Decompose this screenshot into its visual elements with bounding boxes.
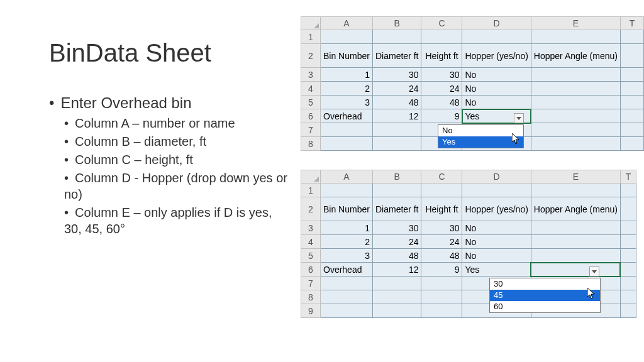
cell-header[interactable]: Diameter ft bbox=[373, 197, 421, 221]
cell[interactable]: Yes bbox=[462, 263, 531, 277]
cell[interactable]: 2 bbox=[321, 235, 373, 249]
row-header-9[interactable]: 9 bbox=[301, 304, 321, 318]
col-header-E[interactable]: E bbox=[531, 17, 620, 30]
cell-header[interactable]: Hopper (yes/no) bbox=[462, 197, 531, 221]
dropdown-option-no[interactable]: No bbox=[438, 125, 523, 136]
cell[interactable]: 24 bbox=[421, 235, 462, 249]
cell-header[interactable]: Height ft bbox=[421, 197, 462, 221]
cell-header[interactable]: Height ft bbox=[421, 44, 462, 68]
cell-header[interactable]: Bin Number bbox=[321, 44, 373, 68]
col-header-T[interactable]: T bbox=[620, 170, 636, 184]
cell-header[interactable]: Hopper Angle (menu) bbox=[531, 44, 620, 68]
cell[interactable] bbox=[620, 44, 643, 68]
cell[interactable] bbox=[620, 137, 643, 151]
cell[interactable]: 1 bbox=[321, 221, 373, 235]
cell[interactable] bbox=[321, 184, 373, 197]
cell[interactable] bbox=[373, 137, 421, 151]
dropdown-hopper-angle[interactable]: 30 45 60 bbox=[489, 278, 601, 313]
cell[interactable] bbox=[531, 82, 620, 96]
cell[interactable] bbox=[620, 82, 643, 96]
cell[interactable] bbox=[531, 109, 620, 123]
cell[interactable]: No bbox=[462, 68, 531, 82]
cell[interactable]: 2 bbox=[321, 82, 373, 96]
col-header-A[interactable]: A bbox=[321, 170, 373, 184]
cell[interactable] bbox=[421, 30, 462, 44]
row-header-1[interactable]: 1 bbox=[301, 30, 321, 44]
cell-header[interactable]: Diameter ft bbox=[373, 44, 421, 68]
cell[interactable] bbox=[620, 96, 643, 109]
cell[interactable]: 9 bbox=[421, 109, 462, 123]
cell[interactable] bbox=[373, 123, 421, 137]
cell[interactable]: 24 bbox=[373, 235, 421, 249]
cell[interactable] bbox=[531, 137, 620, 151]
cell[interactable]: 3 bbox=[321, 249, 373, 263]
cell[interactable] bbox=[531, 30, 620, 44]
cell[interactable] bbox=[421, 304, 462, 318]
cell[interactable] bbox=[421, 290, 462, 304]
col-header-C[interactable]: C bbox=[421, 17, 462, 30]
cell[interactable] bbox=[620, 221, 636, 235]
cell-active-E6[interactable] bbox=[531, 263, 620, 277]
row-header-2[interactable]: 2 bbox=[301, 44, 321, 68]
cell[interactable]: No bbox=[462, 221, 531, 235]
cell[interactable]: 1 bbox=[321, 68, 373, 82]
row-header-8[interactable]: 8 bbox=[301, 290, 321, 304]
cell[interactable]: Overhead bbox=[321, 109, 373, 123]
cell[interactable] bbox=[620, 263, 636, 277]
cell[interactable] bbox=[462, 184, 531, 197]
cell-header[interactable]: Hopper Angle (menu) bbox=[531, 197, 620, 221]
dropdown-option-30[interactable]: 30 bbox=[490, 278, 600, 290]
row-header-3[interactable]: 3 bbox=[301, 221, 321, 235]
select-all-corner[interactable] bbox=[301, 170, 321, 184]
cell[interactable] bbox=[620, 109, 643, 123]
row-header-7[interactable]: 7 bbox=[301, 277, 321, 290]
cell[interactable] bbox=[531, 96, 620, 109]
dropdown-option-60[interactable]: 60 bbox=[490, 301, 600, 312]
col-header-B[interactable]: B bbox=[373, 17, 421, 30]
cell[interactable] bbox=[321, 137, 373, 151]
cell-header[interactable]: Bin Number bbox=[321, 197, 373, 221]
cell[interactable] bbox=[620, 277, 636, 290]
select-all-corner[interactable] bbox=[301, 17, 321, 30]
row-header-6[interactable]: 6 bbox=[301, 109, 321, 123]
cell[interactable] bbox=[373, 30, 421, 44]
cell[interactable]: 48 bbox=[373, 249, 421, 263]
cell[interactable]: 12 bbox=[373, 263, 421, 277]
dropdown-arrow-icon[interactable] bbox=[589, 266, 599, 277]
cell[interactable]: 9 bbox=[421, 263, 462, 277]
row-header-1[interactable]: 1 bbox=[301, 184, 321, 197]
cell[interactable]: 48 bbox=[373, 96, 421, 109]
cell[interactable] bbox=[321, 304, 373, 318]
col-header-A[interactable]: A bbox=[321, 17, 373, 30]
cell[interactable] bbox=[373, 290, 421, 304]
dropdown-arrow-icon[interactable] bbox=[514, 113, 524, 123]
col-header-E[interactable]: E bbox=[531, 170, 620, 184]
cell[interactable]: 30 bbox=[421, 221, 462, 235]
col-header-D[interactable]: D bbox=[462, 170, 531, 184]
row-header-5[interactable]: 5 bbox=[301, 249, 321, 263]
row-header-2[interactable]: 2 bbox=[301, 197, 321, 221]
cell[interactable]: No bbox=[462, 235, 531, 249]
cell[interactable] bbox=[373, 184, 421, 197]
cell[interactable]: No bbox=[462, 82, 531, 96]
cell[interactable] bbox=[373, 277, 421, 290]
dropdown-option-yes[interactable]: Yes bbox=[438, 136, 523, 148]
cell[interactable]: 3 bbox=[321, 96, 373, 109]
cell[interactable]: 30 bbox=[373, 68, 421, 82]
cell[interactable] bbox=[421, 184, 462, 197]
row-header-4[interactable]: 4 bbox=[301, 235, 321, 249]
cell[interactable]: 48 bbox=[421, 249, 462, 263]
col-header-C[interactable]: C bbox=[421, 170, 462, 184]
row-header-8[interactable]: 8 bbox=[301, 137, 321, 151]
row-header-4[interactable]: 4 bbox=[301, 82, 321, 96]
row-header-7[interactable]: 7 bbox=[301, 123, 321, 137]
cell[interactable]: No bbox=[462, 96, 531, 109]
cell[interactable] bbox=[531, 68, 620, 82]
cell[interactable]: 12 bbox=[373, 109, 421, 123]
cell[interactable] bbox=[321, 290, 373, 304]
cell[interactable]: No bbox=[462, 249, 531, 263]
dropdown-option-45[interactable]: 45 bbox=[490, 290, 600, 301]
cell[interactable] bbox=[620, 30, 643, 44]
cell[interactable]: 30 bbox=[421, 68, 462, 82]
cell[interactable] bbox=[373, 304, 421, 318]
